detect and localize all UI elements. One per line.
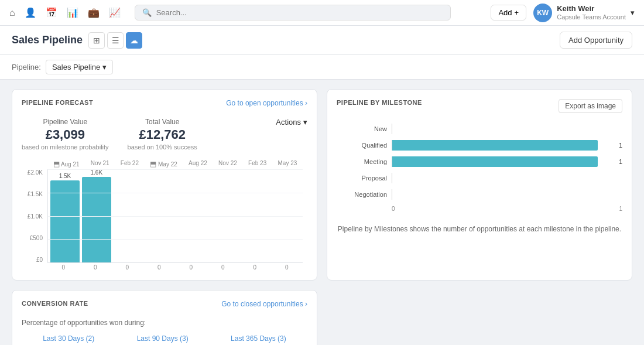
pipeline-value-metric: Pipeline Value £3,099 based on milestone… (22, 118, 109, 151)
pipeline-milestone-card: PIPELINE BY MILESTONE Export as image Ne… (327, 89, 632, 281)
page-title-area: Sales Pipeline ⊞ ☰ ☁ (12, 32, 142, 49)
pipeline-forecast-card: PIPELINE FORECAST Go to open opportuniti… (12, 89, 317, 281)
milestone-row-qualified: Qualified 1 (346, 140, 622, 151)
user-info: Keith Weir Capsule Teams Account (557, 4, 626, 21)
top-navigation: ⌂ 👤 📅 📊 💼 📈 🔍 Add + KW Keith Weir Capsul… (0, 0, 644, 26)
pipeline-select[interactable]: Sales Pipeline ▾ (46, 60, 113, 74)
milestone-name-new: New (346, 125, 387, 132)
period-90-label[interactable]: Last 90 Days (3) (137, 334, 189, 343)
y-label-1k: £1.0K (28, 213, 43, 220)
total-value: £12,762 (128, 127, 197, 142)
kanban-view-button[interactable]: ⊞ (88, 32, 105, 49)
milestone-note: Pipeline by Milestones shows the number … (337, 225, 622, 233)
pipeline-row: Pipeline: Sales Pipeline ▾ (0, 55, 644, 80)
add-button[interactable]: Add + (491, 5, 526, 21)
milestone-row-negotiation: Negotiation (346, 189, 622, 200)
calendar-icon[interactable]: 📅 (46, 7, 57, 18)
topnav-right: Add + KW Keith Weir Capsule Teams Accoun… (491, 4, 635, 22)
export-button[interactable]: Export as image (559, 99, 622, 113)
milestone-name-qualified: Qualified (346, 142, 387, 149)
x-val-0-2: 0 (94, 264, 97, 271)
list-view-button[interactable]: ☰ (107, 32, 124, 49)
x-val-0-5: 0 (189, 264, 193, 271)
grid-line-top (48, 169, 303, 170)
x-val-0-6: 0 (221, 264, 225, 271)
add-label: Add (498, 8, 512, 17)
x-label-aug21: Aug 21 (61, 161, 80, 168)
total-value-metric: Total Value £12,762 based on 100% succes… (128, 118, 197, 151)
y-axis: £2.0K £1.5K £1.0K £500 £0 (24, 169, 45, 263)
period-365-label[interactable]: Last 365 Days (3) (231, 334, 286, 343)
conversion-subtitle: Percentage of opportunities won during: (22, 319, 307, 327)
user-subtitle: Capsule Teams Account (557, 13, 626, 21)
page-header: Sales Pipeline ⊞ ☰ ☁ Add Opportunity (0, 26, 644, 55)
milestone-bar-area-negotiation (392, 189, 608, 200)
briefcase-icon[interactable]: 💼 (88, 7, 100, 18)
milestone-name-negotiation: Negotiation (346, 191, 387, 198)
axis-1: 1 (619, 206, 622, 212)
period-30-days: Last 30 Days (2) (43, 334, 94, 345)
home-icon[interactable]: ⌂ (9, 8, 15, 18)
period-30-label[interactable]: Last 30 Days (2) (43, 334, 94, 343)
chart-view-button[interactable]: ☁ (126, 32, 142, 49)
grid-line-75 (48, 239, 303, 240)
x-label-nov22: Nov 22 (218, 160, 237, 168)
bar-label-2: 1.6K (91, 169, 103, 176)
forecast-chart-container: ⬒ Aug 21 Nov 21 Feb 22 ⬒ May 22 Aug 22 N… (47, 160, 303, 271)
open-opportunities-link[interactable]: Go to open opportunities › (226, 99, 307, 107)
chart-icon[interactable]: 📊 (67, 7, 78, 18)
pipeline-value: £3,099 (22, 127, 109, 142)
range-handle-right[interactable]: ⬒ May 22 (150, 160, 177, 168)
search-input[interactable] (156, 8, 443, 17)
x-val-0-1: 0 (61, 264, 65, 271)
period-90-days: Last 90 Days (3) (137, 334, 189, 345)
x-label-feb23: Feb 23 (248, 160, 266, 168)
grid-line-25 (48, 193, 303, 193)
add-opportunity-button[interactable]: Add Opportunity (560, 32, 632, 49)
milestone-row-new: New (346, 124, 622, 134)
milestone-axis: 0 1 (346, 206, 622, 212)
milestone-name-meeting: Meeting (346, 158, 387, 165)
pipeline-label: Pipeline: (12, 63, 41, 71)
user-block[interactable]: KW Keith Weir Capsule Teams Account ▾ (533, 4, 635, 22)
x-axis-top: ⬒ Aug 21 Nov 21 Feb 22 ⬒ May 22 Aug 22 N… (47, 160, 303, 168)
main-content: PIPELINE FORECAST Go to open opportuniti… (0, 80, 644, 345)
period-365-days: Last 365 Days (3) (231, 334, 286, 345)
trending-icon[interactable]: 📈 (109, 7, 121, 18)
closed-opportunities-link[interactable]: Go to closed opportunities › (221, 300, 307, 308)
pipeline-value-label: Pipeline Value (22, 118, 109, 126)
y-label-500: £500 (30, 235, 43, 241)
total-value-label: Total Value (128, 118, 197, 126)
conversion-rate-card: CONVERSION RATE Go to closed opportuniti… (12, 290, 317, 345)
x-val-0-4: 0 (157, 264, 161, 271)
view-toggles: ⊞ ☰ ☁ (88, 32, 142, 49)
chevron-down-icon: ▾ (631, 8, 635, 17)
milestone-chart: New Qualified 1 Meeting 1 (337, 118, 622, 218)
x-label-feb22: Feb 22 (121, 160, 139, 168)
search-bar[interactable]: 🔍 (135, 5, 451, 21)
person-icon[interactable]: 👤 (25, 7, 36, 18)
nav-icons: ⌂ 👤 📅 📊 💼 📈 (9, 7, 121, 18)
x-val-0-8: 0 (285, 264, 289, 271)
y-label-15k: £1.5K (28, 191, 43, 197)
milestone-bar-area-qualified (392, 140, 608, 151)
x-label-nov21: Nov 21 (91, 160, 109, 168)
bar-label-1: 1.5K (59, 173, 71, 179)
milestone-bar-meeting (392, 156, 598, 167)
x-axis-bottom-numbers: 0 0 0 0 0 0 0 0 (47, 264, 303, 271)
chevron-down-icon: ▾ (102, 63, 107, 71)
user-name: Keith Weir (557, 4, 626, 13)
conversion-days: Last 30 Days (2) Last 90 Days (3) (22, 334, 307, 345)
pipeline-selected-value: Sales Pipeline (52, 63, 100, 71)
bar-chart: 1.5K 1.6K (47, 169, 303, 263)
total-value-sub: based on 100% success (128, 144, 197, 151)
actions-label: Actions (276, 118, 301, 127)
range-handle-left[interactable]: ⬒ Aug 21 (53, 160, 80, 168)
pipeline-value-sub: based on milestone probability (22, 144, 109, 151)
avatar: KW (533, 4, 552, 22)
milestone-bar-area-meeting (392, 156, 608, 167)
actions-button[interactable]: Actions ▾ (276, 118, 307, 127)
axis-0: 0 (392, 206, 395, 212)
x-val-0-3: 0 (125, 264, 129, 271)
chart-with-yaxis: £2.0K £1.5K £1.0K £500 £0 1.5K (47, 169, 303, 263)
